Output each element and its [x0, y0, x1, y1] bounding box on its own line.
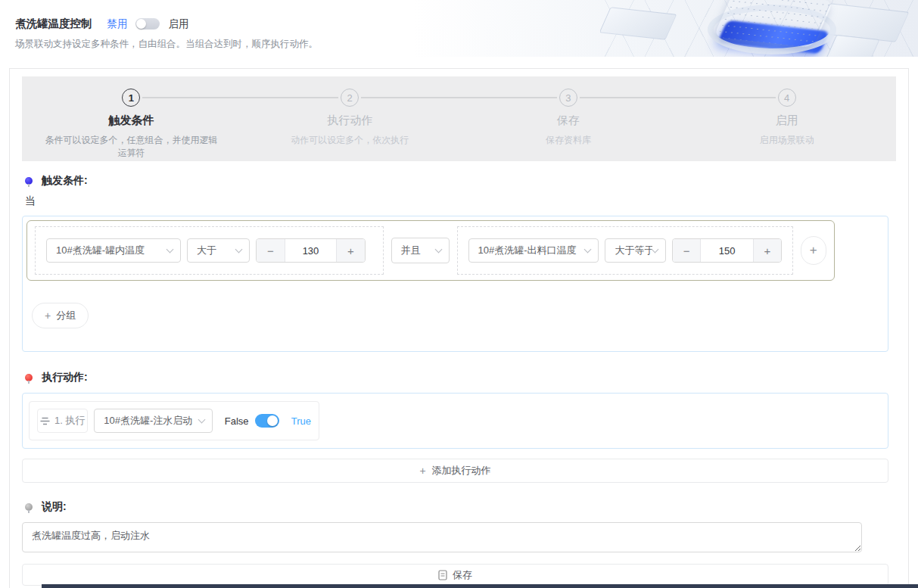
- toggle-knob: [267, 415, 278, 426]
- condition1-operator-select[interactable]: 大于: [187, 238, 250, 263]
- document-icon: [438, 570, 447, 580]
- chevron-down-icon: [198, 415, 205, 423]
- step-connector: [580, 97, 776, 98]
- chevron-down-icon: [235, 245, 243, 253]
- chevron-down-icon: [434, 245, 442, 253]
- step-connector: [361, 97, 557, 98]
- step-save: 3 保存 保存资料库: [459, 76, 678, 161]
- chevron-down-icon: [166, 245, 174, 253]
- blue-pin-icon: [25, 177, 33, 185]
- condition2-device-select[interactable]: 10#煮洗罐-出料口温度: [468, 238, 599, 263]
- drag-handle-icon: [40, 417, 50, 425]
- enable-label: 启用: [169, 17, 189, 31]
- increment-button[interactable]: +: [336, 239, 365, 262]
- action-value-toggle[interactable]: [255, 414, 279, 428]
- logic-operator-select[interactable]: 并且: [391, 238, 450, 263]
- decrement-button[interactable]: −: [257, 239, 285, 262]
- trigger-section-heading: 触发条件:: [22, 173, 896, 188]
- step-number: 3: [559, 89, 577, 107]
- plus-icon: +: [419, 465, 425, 477]
- step-trigger-condition: 1 触发条件 条件可以设定多个，任意组合，并使用逻辑运算符: [22, 76, 241, 161]
- add-group-button[interactable]: + 分组: [32, 303, 89, 328]
- step-description: 启用场景联动: [760, 134, 814, 147]
- toggle-knob: [136, 19, 146, 29]
- enable-scene-toggle[interactable]: [135, 18, 160, 30]
- scene-config-card: 1 触发条件 条件可以设定多个，任意组合，并使用逻辑运算符 2 执行动作 动作可…: [9, 68, 909, 588]
- step-title: 启用: [776, 114, 798, 128]
- page-header: 煮洗罐温度控制 禁用 启用 场景联动支持设定多种条件，自由组合。当组合达到时，顺…: [0, 0, 918, 57]
- step-number: 4: [778, 89, 796, 107]
- step-description: 条件可以设定多个，任意组合，并使用逻辑运算符: [43, 134, 219, 160]
- note-section-heading: 说明:: [22, 499, 896, 515]
- step-enable: 4 启用 启用场景联动: [677, 76, 896, 161]
- note-heading-text: 说明:: [42, 500, 67, 514]
- increment-button[interactable]: +: [753, 239, 781, 262]
- condition2-value-stepper: − 150 +: [672, 238, 781, 263]
- save-button[interactable]: 保存: [22, 564, 888, 586]
- page-title: 煮洗罐温度控制: [15, 17, 92, 31]
- page-subtitle: 场景联动支持设定多种条件，自由组合。当组合达到时，顺序执行动作。: [15, 38, 318, 51]
- add-action-button[interactable]: + 添加执行动作: [22, 459, 888, 483]
- action-row: 1. 执行 10#煮洗罐-注水启动 False True: [29, 401, 319, 440]
- red-pin-icon: [25, 374, 33, 381]
- bottom-partial-bar: [42, 584, 918, 588]
- chevron-down-icon: [584, 245, 592, 253]
- action-heading-text: 执行动作:: [42, 371, 88, 384]
- trigger-conditions-container: 10#煮洗罐-罐内温度 大于 − 130 + 并且: [22, 216, 888, 352]
- condition-group: 10#煮洗罐-罐内温度 大于 − 130 + 并且: [26, 220, 835, 281]
- step-description: 保存资料库: [546, 134, 591, 147]
- action-section-heading: 执行动作:: [22, 370, 896, 385]
- disable-label: 禁用: [107, 17, 128, 31]
- condition1-operator-value: 大于: [197, 244, 216, 257]
- step-number: 2: [341, 89, 359, 107]
- trigger-heading-text: 触发条件:: [42, 174, 88, 188]
- condition-row-2: 10#煮洗罐-出料口温度 大于等于 − 150 +: [457, 226, 793, 275]
- step-description: 动作可以设定多个，依次执行: [291, 134, 409, 147]
- gray-pin-icon: [25, 503, 33, 511]
- condition1-value-stepper: − 130 +: [256, 238, 366, 263]
- condition-row-1: 10#煮洗罐-罐内温度 大于 − 130 +: [35, 226, 384, 275]
- save-label: 保存: [453, 568, 472, 582]
- banner-illustration: [600, 0, 918, 57]
- condition2-device-value: 10#煮洗罐-出料口温度: [478, 244, 577, 257]
- false-label: False: [225, 415, 249, 427]
- action-target-select[interactable]: 10#煮洗罐-注水启动: [94, 409, 212, 433]
- action-order-handle[interactable]: 1. 执行: [37, 409, 88, 433]
- step-title: 触发条件: [108, 114, 154, 128]
- action-order-label: 1. 执行: [54, 414, 85, 428]
- condition1-device-select[interactable]: 10#煮洗罐-罐内温度: [46, 238, 181, 263]
- add-action-label: 添加执行动作: [432, 464, 491, 478]
- scene-linkage-page: 煮洗罐温度控制 禁用 启用 场景联动支持设定多种条件，自由组合。当组合达到时，顺…: [0, 0, 918, 588]
- note-input[interactable]: 煮洗罐温度过高，启动注水: [22, 522, 862, 552]
- logic-operator-value: 并且: [401, 244, 421, 257]
- step-execute-action: 2 执行动作 动作可以设定多个，依次执行: [241, 76, 459, 161]
- step-connector: [142, 97, 338, 98]
- decrement-button[interactable]: −: [673, 239, 701, 262]
- action-target-value: 10#煮洗罐-注水启动: [104, 414, 192, 428]
- actions-container: 1. 执行 10#煮洗罐-注水启动 False True: [22, 393, 888, 449]
- when-label: 当: [22, 194, 896, 210]
- step-title: 保存: [557, 114, 580, 128]
- true-label: True: [291, 415, 311, 427]
- title-row: 煮洗罐温度控制 禁用 启用: [15, 17, 189, 31]
- add-condition-button[interactable]: +: [801, 236, 826, 265]
- condition2-operator-select[interactable]: 大于等于: [605, 238, 666, 263]
- condition2-value[interactable]: 150: [701, 239, 753, 262]
- add-group-label: 分组: [56, 309, 76, 322]
- step-number: 1: [122, 89, 140, 107]
- chevron-down-icon: [652, 245, 659, 253]
- plus-icon: +: [45, 310, 51, 322]
- stepper: 1 触发条件 条件可以设定多个，任意组合，并使用逻辑运算符 2 执行动作 动作可…: [22, 76, 896, 161]
- step-title: 执行动作: [327, 114, 372, 128]
- condition1-value[interactable]: 130: [285, 239, 336, 262]
- condition2-operator-value: 大于等于: [615, 244, 652, 257]
- condition1-device-value: 10#煮洗罐-罐内温度: [56, 244, 145, 257]
